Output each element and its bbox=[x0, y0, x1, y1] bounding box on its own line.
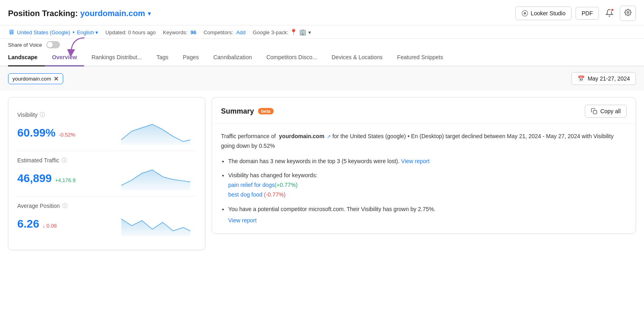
tab-featured-snippets[interactable]: Featured Snippets bbox=[390, 50, 450, 66]
kw1-change: (+0.77%) bbox=[275, 182, 297, 188]
domain-dropdown-icon[interactable]: ▾ bbox=[148, 10, 151, 17]
copy-all-label: Copy all bbox=[600, 108, 621, 114]
calendar-icon: 📅 bbox=[578, 75, 584, 82]
avg-position-info-icon[interactable]: ⓘ bbox=[62, 202, 68, 209]
share-of-voice-toggle[interactable] bbox=[46, 41, 60, 48]
filter-bar: yourdomain.com ✕ 📅 May 21-27, 2024 bbox=[0, 66, 644, 91]
traffic-change: +4,176.9 bbox=[55, 177, 76, 183]
share-of-voice-label: Share of Voice bbox=[8, 42, 42, 48]
tab-devices---locations[interactable]: Devices & Locations bbox=[324, 50, 390, 66]
tab-tags[interactable]: Tags bbox=[149, 50, 176, 66]
bullet-1-text: The domain has 3 new keywords in the top… bbox=[228, 158, 401, 164]
visibility-label: Visibility bbox=[17, 112, 37, 118]
bullet-2-text: Visibility has changed for keywords: bbox=[228, 172, 318, 178]
domain-chip-label: yourdomain.com bbox=[12, 76, 51, 82]
external-link-icon[interactable]: ↗ bbox=[327, 134, 331, 139]
tab-rankings-distribut---[interactable]: Rankings Distribut... bbox=[84, 50, 149, 66]
header-left: Position Tracking: yourdomain.com ▾ bbox=[8, 9, 151, 18]
google-3pack-label: Google 3-pack: bbox=[253, 29, 288, 35]
looker-icon bbox=[521, 10, 528, 17]
tab-competitors-disco---[interactable]: Competitors Disco... bbox=[259, 50, 324, 66]
bullet-3-text: You have a potential competitor microsof… bbox=[228, 206, 436, 212]
avg-position-label: Average Position bbox=[17, 203, 60, 209]
avg-position-value: 6.26 bbox=[17, 218, 39, 230]
building-icon: 🏢 bbox=[299, 29, 307, 36]
bullet-item-1: The domain has 3 new keywords in the top… bbox=[228, 157, 622, 166]
visibility-info-icon[interactable]: ⓘ bbox=[40, 111, 45, 118]
language-chevron-icon: ▾ bbox=[95, 29, 98, 35]
header: Position Tracking: yourdomain.com ▾ Look… bbox=[0, 0, 644, 25]
location-link[interactable]: United States (Google) bbox=[17, 29, 70, 35]
average-position-stat: Average Position ⓘ 6.26 ↓ 0.08 bbox=[17, 197, 196, 242]
summary-bullet-list: The domain has 3 new keywords in the top… bbox=[221, 157, 622, 226]
sub-header: 🖥 United States (Google) • English ▾ Upd… bbox=[0, 25, 644, 39]
traffic-label: Estimated Traffic bbox=[17, 157, 59, 164]
looker-studio-label: Looker Studio bbox=[531, 10, 566, 17]
traffic-chart bbox=[116, 166, 196, 191]
pdf-button[interactable]: PDF bbox=[576, 7, 599, 20]
bullet-1-view-report-link[interactable]: View report bbox=[401, 158, 430, 164]
purple-arrow-svg bbox=[64, 36, 92, 58]
looker-studio-button[interactable]: Looker Studio bbox=[515, 6, 572, 20]
google-3pack: Google 3-pack: 📍 🏢 ▾ bbox=[253, 29, 311, 36]
domain-chip: yourdomain.com ✕ bbox=[8, 73, 63, 84]
svg-point-2 bbox=[627, 12, 629, 14]
main-content: Visibility ⓘ 60.99% -0.52% bbox=[0, 91, 644, 311]
tab-landscape[interactable]: Landscape bbox=[8, 50, 45, 66]
competitors-add-link[interactable]: Add bbox=[236, 29, 246, 35]
tabs-bar: LandscapeOverviewRankings Distribut...Ta… bbox=[0, 50, 644, 66]
svg-point-1 bbox=[524, 12, 526, 15]
copy-icon bbox=[591, 108, 597, 114]
notifications-button[interactable] bbox=[603, 6, 616, 21]
domain-chip-remove-button[interactable]: ✕ bbox=[54, 76, 59, 82]
kw2-change: (-0.77%) bbox=[264, 191, 286, 198]
avg-position-chart bbox=[116, 212, 196, 236]
tab-pages[interactable]: Pages bbox=[175, 50, 206, 66]
keywords-count[interactable]: 96 bbox=[190, 29, 196, 35]
date-range-picker[interactable]: 📅 May 21-27, 2024 bbox=[572, 72, 636, 85]
copy-all-button[interactable]: Copy all bbox=[585, 105, 627, 118]
competitors-info: Competitors: Add bbox=[204, 29, 246, 35]
svg-marker-5 bbox=[121, 219, 190, 236]
page-title-prefix: Position Tracking: bbox=[8, 9, 78, 18]
settings-button[interactable] bbox=[620, 6, 636, 21]
svg-marker-3 bbox=[121, 124, 190, 145]
bullet-item-3: You have a potential competitor microsof… bbox=[228, 205, 622, 226]
keywords-label: Keywords: bbox=[163, 29, 188, 35]
competitors-label: Competitors: bbox=[204, 29, 233, 35]
beta-badge: beta bbox=[258, 108, 274, 114]
location-language: 🖥 United States (Google) • English ▾ bbox=[8, 29, 98, 36]
svg-rect-6 bbox=[593, 110, 597, 114]
tab-cannibalization[interactable]: Cannibalization bbox=[206, 50, 259, 66]
traffic-info-icon[interactable]: ⓘ bbox=[62, 157, 67, 164]
visibility-chart bbox=[116, 121, 196, 145]
keywords-info: Keywords: 96 bbox=[163, 29, 196, 35]
date-range-label: May 21-27, 2024 bbox=[588, 75, 630, 82]
visibility-change: -0.52% bbox=[59, 132, 75, 138]
gear-icon bbox=[624, 9, 632, 16]
map-pin-icon: 📍 bbox=[290, 29, 297, 36]
visibility-stat: Visibility ⓘ 60.99% -0.52% bbox=[17, 106, 196, 151]
updated-info: Updated: 0 hours ago bbox=[105, 29, 156, 35]
keyword-best-dog-food-link[interactable]: best dog food bbox=[228, 191, 262, 198]
bullet-item-2: Visibility has changed for keywords: pai… bbox=[228, 171, 622, 199]
header-right: Looker Studio PDF bbox=[515, 6, 636, 21]
summary-title: Summary bbox=[221, 107, 254, 116]
google3pack-chevron[interactable]: ▾ bbox=[308, 29, 311, 35]
notification-dot bbox=[611, 8, 614, 12]
domain-title[interactable]: yourdomain.com bbox=[80, 9, 145, 18]
bullet-3-view-report-link[interactable]: View report bbox=[228, 216, 622, 226]
share-of-voice-row: Share of Voice bbox=[0, 39, 644, 50]
dot-separator: • bbox=[72, 29, 74, 35]
summary-panel: Summary beta Copy all Traffic performanc… bbox=[212, 97, 636, 234]
summary-header: Summary beta Copy all bbox=[212, 97, 636, 124]
summary-intro: Traffic performance of yourdomain.com ↗ … bbox=[221, 132, 622, 151]
language-selector[interactable]: English ▾ bbox=[77, 29, 98, 35]
summary-title-row: Summary beta bbox=[221, 107, 274, 116]
avg-position-change: ↓ 0.08 bbox=[43, 223, 57, 229]
traffic-value: 46,899 bbox=[17, 172, 52, 185]
summary-body: Traffic performance of yourdomain.com ↗ … bbox=[212, 124, 636, 233]
keyword-pain-relief-link[interactable]: pain relief for dogs bbox=[228, 182, 275, 188]
monitor-icon: 🖥 bbox=[8, 29, 14, 36]
stats-panel: Visibility ⓘ 60.99% -0.52% bbox=[8, 97, 205, 250]
